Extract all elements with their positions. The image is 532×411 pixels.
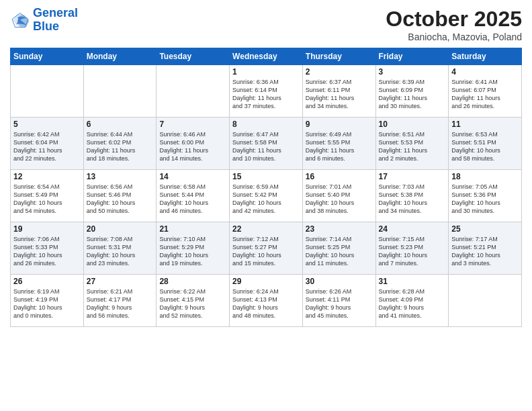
day-number: 3 <box>379 67 446 77</box>
table-cell: 16Sunrise: 7:01 AM Sunset: 5:40 PM Dayli… <box>302 170 375 222</box>
table-row: 1Sunrise: 6:36 AM Sunset: 6:14 PM Daylig… <box>11 65 522 118</box>
day-number: 19 <box>13 224 81 234</box>
table-row: 19Sunrise: 7:06 AM Sunset: 5:33 PM Dayli… <box>11 222 522 275</box>
day-info: Sunrise: 7:17 AM Sunset: 5:21 PM Dayligh… <box>451 235 519 268</box>
table-cell: 30Sunrise: 6:26 AM Sunset: 4:11 PM Dayli… <box>302 275 375 327</box>
logo-icon <box>10 10 30 30</box>
table-cell: 28Sunrise: 6:22 AM Sunset: 4:15 PM Dayli… <box>157 275 230 327</box>
day-info: Sunrise: 6:42 AM Sunset: 6:04 PM Dayligh… <box>13 130 81 163</box>
day-info: Sunrise: 6:36 AM Sunset: 6:14 PM Dayligh… <box>232 78 300 111</box>
col-wednesday: Wednesday <box>230 48 303 65</box>
day-info: Sunrise: 7:06 AM Sunset: 5:33 PM Dayligh… <box>13 235 81 268</box>
day-info: Sunrise: 7:12 AM Sunset: 5:27 PM Dayligh… <box>232 235 300 268</box>
header: General Blue October 2025 Baniocha, Mazo… <box>10 7 522 42</box>
day-info: Sunrise: 6:39 AM Sunset: 6:09 PM Dayligh… <box>379 78 446 111</box>
table-row: 26Sunrise: 6:19 AM Sunset: 4:19 PM Dayli… <box>11 275 522 327</box>
calendar: Sunday Monday Tuesday Wednesday Thursday… <box>10 48 522 327</box>
table-cell: 9Sunrise: 6:49 AM Sunset: 5:55 PM Daylig… <box>302 118 375 170</box>
table-cell: 1Sunrise: 6:36 AM Sunset: 6:14 PM Daylig… <box>230 65 303 118</box>
day-info: Sunrise: 7:15 AM Sunset: 5:23 PM Dayligh… <box>379 235 446 268</box>
table-cell: 6Sunrise: 6:44 AM Sunset: 6:02 PM Daylig… <box>83 118 157 170</box>
table-cell <box>449 275 522 327</box>
table-cell <box>157 65 230 118</box>
table-cell: 29Sunrise: 6:24 AM Sunset: 4:13 PM Dayli… <box>230 275 303 327</box>
table-cell: 15Sunrise: 6:59 AM Sunset: 5:42 PM Dayli… <box>230 170 303 222</box>
table-cell: 4Sunrise: 6:41 AM Sunset: 6:07 PM Daylig… <box>449 65 522 118</box>
day-number: 24 <box>379 224 446 234</box>
day-number: 5 <box>13 120 81 129</box>
month-title: October 2025 <box>386 7 522 32</box>
day-number: 23 <box>306 224 373 234</box>
day-number: 30 <box>306 277 373 286</box>
day-info: Sunrise: 6:47 AM Sunset: 5:58 PM Dayligh… <box>232 130 300 163</box>
day-info: Sunrise: 7:01 AM Sunset: 5:40 PM Dayligh… <box>306 183 373 216</box>
day-info: Sunrise: 6:24 AM Sunset: 4:13 PM Dayligh… <box>232 287 300 320</box>
day-number: 8 <box>232 120 300 129</box>
title-block: October 2025 Baniocha, Mazovia, Poland <box>386 7 522 42</box>
day-number: 17 <box>379 172 446 181</box>
day-number: 6 <box>87 120 154 129</box>
page: General Blue October 2025 Baniocha, Mazo… <box>0 0 532 411</box>
day-number: 4 <box>451 67 519 77</box>
table-cell: 19Sunrise: 7:06 AM Sunset: 5:33 PM Dayli… <box>11 222 84 275</box>
table-cell: 26Sunrise: 6:19 AM Sunset: 4:19 PM Dayli… <box>11 275 84 327</box>
location: Baniocha, Mazovia, Poland <box>386 32 522 42</box>
day-number: 11 <box>451 120 519 129</box>
table-cell: 3Sunrise: 6:39 AM Sunset: 6:09 PM Daylig… <box>375 65 449 118</box>
table-cell <box>11 65 84 118</box>
table-cell: 7Sunrise: 6:46 AM Sunset: 6:00 PM Daylig… <box>157 118 230 170</box>
col-thursday: Thursday <box>302 48 375 65</box>
table-cell: 25Sunrise: 7:17 AM Sunset: 5:21 PM Dayli… <box>449 222 522 275</box>
logo-line1: General <box>33 6 78 19</box>
day-number: 22 <box>232 224 300 234</box>
table-cell: 10Sunrise: 6:51 AM Sunset: 5:53 PM Dayli… <box>375 118 449 170</box>
day-number: 18 <box>451 172 519 181</box>
day-number: 10 <box>379 120 446 129</box>
table-cell: 22Sunrise: 7:12 AM Sunset: 5:27 PM Dayli… <box>230 222 303 275</box>
day-number: 2 <box>306 67 373 77</box>
day-info: Sunrise: 6:56 AM Sunset: 5:46 PM Dayligh… <box>87 183 154 216</box>
table-cell: 18Sunrise: 7:05 AM Sunset: 5:36 PM Dayli… <box>449 170 522 222</box>
table-row: 5Sunrise: 6:42 AM Sunset: 6:04 PM Daylig… <box>11 118 522 170</box>
header-row: Sunday Monday Tuesday Wednesday Thursday… <box>11 48 522 65</box>
day-number: 1 <box>232 67 300 77</box>
table-cell: 14Sunrise: 6:58 AM Sunset: 5:44 PM Dayli… <box>157 170 230 222</box>
table-cell: 2Sunrise: 6:37 AM Sunset: 6:11 PM Daylig… <box>302 65 375 118</box>
col-saturday: Saturday <box>449 48 522 65</box>
day-info: Sunrise: 6:54 AM Sunset: 5:49 PM Dayligh… <box>13 183 81 216</box>
day-info: Sunrise: 6:49 AM Sunset: 5:55 PM Dayligh… <box>306 130 373 163</box>
table-cell: 13Sunrise: 6:56 AM Sunset: 5:46 PM Dayli… <box>83 170 157 222</box>
table-cell: 24Sunrise: 7:15 AM Sunset: 5:23 PM Dayli… <box>375 222 449 275</box>
day-number: 7 <box>159 120 226 129</box>
day-info: Sunrise: 7:08 AM Sunset: 5:31 PM Dayligh… <box>87 235 154 268</box>
table-cell: 27Sunrise: 6:21 AM Sunset: 4:17 PM Dayli… <box>83 275 157 327</box>
day-info: Sunrise: 6:21 AM Sunset: 4:17 PM Dayligh… <box>87 287 154 320</box>
day-info: Sunrise: 6:51 AM Sunset: 5:53 PM Dayligh… <box>379 130 446 163</box>
day-info: Sunrise: 6:58 AM Sunset: 5:44 PM Dayligh… <box>159 183 226 216</box>
day-number: 14 <box>159 172 226 181</box>
day-info: Sunrise: 6:41 AM Sunset: 6:07 PM Dayligh… <box>451 78 519 111</box>
table-cell: 20Sunrise: 7:08 AM Sunset: 5:31 PM Dayli… <box>83 222 157 275</box>
table-cell: 31Sunrise: 6:28 AM Sunset: 4:09 PM Dayli… <box>375 275 449 327</box>
day-info: Sunrise: 7:10 AM Sunset: 5:29 PM Dayligh… <box>159 235 226 268</box>
day-number: 20 <box>87 224 154 234</box>
table-cell: 21Sunrise: 7:10 AM Sunset: 5:29 PM Dayli… <box>157 222 230 275</box>
table-cell: 12Sunrise: 6:54 AM Sunset: 5:49 PM Dayli… <box>11 170 84 222</box>
col-monday: Monday <box>83 48 157 65</box>
logo-text: General Blue <box>33 7 78 34</box>
day-info: Sunrise: 6:53 AM Sunset: 5:51 PM Dayligh… <box>451 130 519 163</box>
day-number: 31 <box>379 277 446 286</box>
logo-line2: Blue <box>33 19 59 33</box>
day-info: Sunrise: 6:46 AM Sunset: 6:00 PM Dayligh… <box>159 130 226 163</box>
day-number: 12 <box>13 172 81 181</box>
day-info: Sunrise: 6:59 AM Sunset: 5:42 PM Dayligh… <box>232 183 300 216</box>
table-row: 12Sunrise: 6:54 AM Sunset: 5:49 PM Dayli… <box>11 170 522 222</box>
table-cell: 17Sunrise: 7:03 AM Sunset: 5:38 PM Dayli… <box>375 170 449 222</box>
day-info: Sunrise: 6:26 AM Sunset: 4:11 PM Dayligh… <box>306 287 373 320</box>
table-cell: 23Sunrise: 7:14 AM Sunset: 5:25 PM Dayli… <box>302 222 375 275</box>
day-number: 28 <box>159 277 226 286</box>
day-info: Sunrise: 7:03 AM Sunset: 5:38 PM Dayligh… <box>379 183 446 216</box>
day-info: Sunrise: 6:19 AM Sunset: 4:19 PM Dayligh… <box>13 287 81 320</box>
day-number: 25 <box>451 224 519 234</box>
day-number: 27 <box>87 277 154 286</box>
